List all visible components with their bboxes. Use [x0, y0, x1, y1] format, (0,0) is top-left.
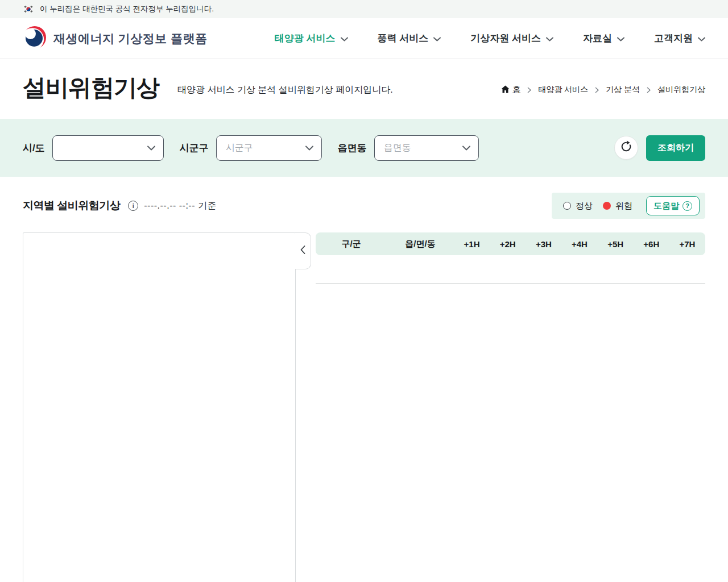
- risk-forecast-table: 구/군 읍/면/동 +1H +2H +3H +4H +5H +6H +7H: [316, 232, 705, 582]
- eupmyeondong-label: 읍면동: [338, 142, 367, 155]
- info-icon[interactable]: i: [128, 201, 138, 211]
- reference-time: ----.--.-- --:-- 기준: [144, 200, 217, 212]
- refresh-button[interactable]: [614, 136, 638, 160]
- page-head: 설비위험기상 태양광 서비스 기상 분석 설비위험기상 페이지입니다. 홈 태양…: [0, 59, 728, 119]
- question-mark-icon: ?: [682, 201, 692, 211]
- breadcrumb-item-solar-service[interactable]: 태양광 서비스: [538, 85, 588, 95]
- main-content: 구/군 읍/면/동 +1H +2H +3H +4H +5H +6H +7H: [23, 232, 705, 582]
- chevron-left-icon: [300, 246, 305, 256]
- chevron-down-icon: [546, 33, 553, 44]
- korean-flag-icon: [23, 5, 34, 13]
- col-header-eup-myeon-dong: 읍/면/동: [387, 232, 454, 255]
- chevron-down-icon: [462, 143, 470, 153]
- breadcrumb-separator-icon: [647, 87, 651, 93]
- col-header-plus6h: +6H: [634, 232, 669, 255]
- gov-banner: 이 누리집은 대한민국 공식 전자정부 누리집입니다.: [0, 0, 728, 18]
- col-header-plus3h: +3H: [526, 232, 561, 255]
- logo[interactable]: 재생에너지 기상정보 플랫폼: [23, 26, 208, 52]
- sigungu-select[interactable]: 시군구: [216, 135, 322, 161]
- table-empty-body: [316, 255, 705, 284]
- region-map-panel[interactable]: [23, 232, 296, 582]
- chevron-down-icon: [698, 33, 705, 44]
- nav-item-customer-support[interactable]: 고객지원: [654, 32, 705, 45]
- help-button[interactable]: 도움말 ?: [646, 196, 700, 215]
- site-header: 재생에너지 기상정보 플랫폼 태양광 서비스 풍력 서비스 기상자원 서비스 자…: [0, 18, 728, 59]
- breadcrumb-item-current: 설비위험기상: [657, 85, 705, 95]
- sido-label: 시/도: [23, 142, 45, 155]
- sigungu-label: 시군구: [180, 142, 209, 155]
- col-header-plus2h: +2H: [490, 232, 526, 255]
- filter-bar: 시/도 시군구 시군구 읍면동 읍면동 조회하기: [0, 119, 728, 177]
- breadcrumb-separator-icon: [595, 87, 599, 93]
- sigungu-select-placeholder: 시군구: [226, 142, 253, 154]
- breadcrumb-separator-icon: [527, 87, 531, 93]
- section-title: 지역별 설비위험기상: [23, 198, 120, 213]
- col-header-gu-gun: 구/군: [316, 232, 387, 255]
- breadcrumb: 홈 태양광 서비스 기상 분석 설비위험기상: [501, 85, 705, 99]
- chevron-down-icon: [433, 33, 441, 44]
- col-header-plus7h: +7H: [669, 232, 705, 255]
- home-icon: [501, 85, 510, 95]
- col-header-plus4h: +4H: [561, 232, 597, 255]
- eupmyeondong-select-placeholder: 읍면동: [384, 142, 411, 154]
- logo-text: 재생에너지 기상정보 플랫폼: [53, 31, 208, 47]
- filter-actions: 조회하기: [614, 135, 705, 161]
- page-title: 설비위험기상: [23, 76, 159, 99]
- chevron-down-icon: [147, 143, 155, 153]
- chevron-down-icon: [617, 33, 624, 44]
- legend: 정상 위험 도움말 ?: [552, 193, 705, 219]
- legend-danger: 위험: [603, 201, 632, 211]
- col-header-plus5h: +5H: [598, 232, 634, 255]
- nav-item-wind-service[interactable]: 풍력 서비스: [378, 32, 441, 45]
- nav-item-weather-resource-service[interactable]: 기상자원 서비스: [470, 32, 553, 45]
- gov-emblem-icon: [23, 26, 47, 52]
- normal-status-dot: [563, 202, 571, 210]
- nav-item-solar-service[interactable]: 태양광 서비스: [275, 32, 348, 45]
- panel-collapse-button[interactable]: [295, 232, 311, 269]
- breadcrumb-item-weather-analysis[interactable]: 기상 분석: [606, 85, 640, 95]
- chevron-down-icon: [341, 33, 348, 44]
- chevron-down-icon: [305, 143, 313, 153]
- legend-normal: 정상: [563, 201, 593, 211]
- eupmyeondong-select[interactable]: 읍면동: [374, 135, 479, 161]
- danger-status-dot: [603, 202, 611, 210]
- breadcrumb-home[interactable]: 홈: [501, 85, 520, 95]
- gov-banner-text: 이 누리집은 대한민국 공식 전자정부 누리집입니다.: [40, 4, 214, 14]
- section-header-row: 지역별 설비위험기상 i ----.--.-- --:-- 기준 정상 위험 도…: [23, 193, 705, 219]
- search-button[interactable]: 조회하기: [646, 135, 705, 161]
- col-header-plus1h: +1H: [454, 232, 490, 255]
- nav-item-data-library[interactable]: 자료실: [583, 32, 624, 45]
- table-header-row: 구/군 읍/면/동 +1H +2H +3H +4H +5H +6H +7H: [316, 232, 705, 255]
- sido-select[interactable]: [52, 135, 164, 161]
- refresh-icon: [620, 140, 632, 155]
- main-nav: 태양광 서비스 풍력 서비스 기상자원 서비스 자료실 고객지원: [275, 32, 705, 45]
- page-subtitle: 태양광 서비스 기상 분석 설비위험기상 페이지입니다.: [177, 84, 393, 99]
